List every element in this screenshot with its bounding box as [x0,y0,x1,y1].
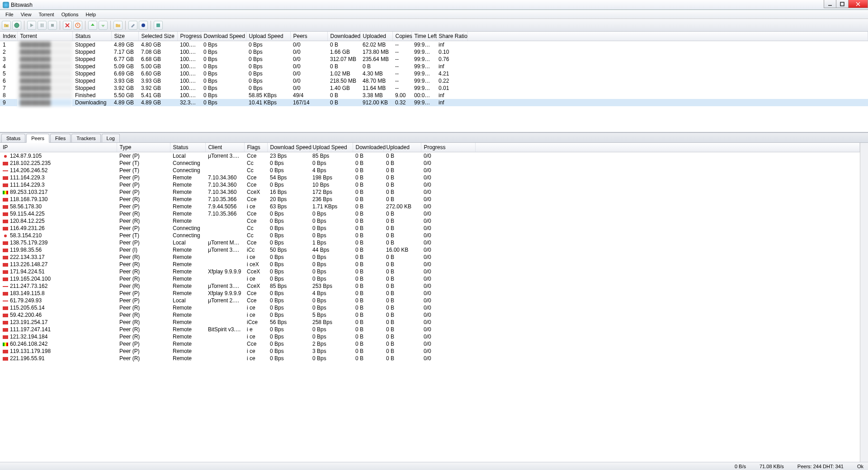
peer-row[interactable]: 59.42.200.46Peer (R)Remotei ce0 Bps5 Bps… [0,311,860,319]
peer-row[interactable]: 59.115.44.225Peer (R)Remote7.10.35.366Cc… [0,210,860,217]
play-button[interactable] [27,21,36,30]
torrent-col-header[interactable]: Status [72,32,111,41]
remove-data-button[interactable] [73,21,82,30]
peer-row[interactable]: 113.226.148.27Peer (R)Remotei ceX0 Bps0 … [0,261,860,268]
torrent-row[interactable]: 9████████Downloading4.89 GB4.89 GB32.36%… [0,99,868,106]
scrollbar-vertical[interactable] [860,143,868,462]
torrent-col-header[interactable]: Upload Speed [246,32,290,41]
torrent-col-header[interactable]: Size [111,32,138,41]
tab-log[interactable]: Log [102,134,120,142]
torrent-col-header[interactable]: Progress [177,32,201,41]
peer-row[interactable]: 89.253.103.217Peer (P)Remote7.10.34.360C… [0,188,860,196]
flag-icon [3,270,8,274]
peer-row[interactable]: 118.168.79.130Peer (R)Remote7.10.35.366C… [0,196,860,203]
tab-files[interactable]: Files [50,134,71,142]
peer-row[interactable]: 120.84.12.225Peer (R)RemoteCce0 Bps0 Bps… [0,217,860,225]
theme-button[interactable] [139,21,148,30]
settings-button[interactable] [128,21,137,30]
open-folder-button[interactable] [113,21,123,30]
peer-row[interactable]: 111.197.247.141Peer (R)RemoteBitSpirit v… [0,326,860,333]
svg-rect-13 [156,24,160,27]
menu-file[interactable]: File [2,11,17,18]
torrent-col-header[interactable]: Peers [290,32,327,41]
peer-col-header[interactable]: Download Speed [267,143,310,152]
close-button[interactable] [848,0,868,8]
peer-row[interactable]: 116.49.231.26Peer (P)ConnectingCc0 Bps0 … [0,225,860,232]
flag-icon [3,350,8,353]
move-down-button[interactable] [99,21,108,30]
flag-icon [3,155,8,158]
torrent-col-header[interactable]: Time Left [411,32,436,41]
torrent-row[interactable]: 7████████Stopped3.92 GB3.92 GB100.00%0 B… [0,85,868,92]
peer-col-header[interactable]: Downloaded [353,143,383,152]
stop-button[interactable] [48,21,57,30]
peer-row[interactable]: 171.94.224.51Peer (R)RemoteXfplay 9.9.9.… [0,268,860,275]
peer-row[interactable]: 58.3.154.210Peer (T)ConnectingCc0 Bps0 B… [0,232,860,239]
status-upload: 71.08 KB/s [760,464,784,469]
flag-icon [3,314,8,317]
menu-torrent[interactable]: Torrent [35,11,57,18]
peer-col-header[interactable]: Flags [244,143,267,152]
peer-col-header[interactable]: Status [170,143,205,152]
torrent-row[interactable]: 4████████Stopped5.09 GB5.00 GB100.00%0 B… [0,63,868,70]
torrent-col-header[interactable]: Uploaded [360,32,392,41]
torrent-col-header[interactable]: Download Speed [201,32,246,41]
peer-row[interactable]: 114.206.246.52Peer (T)ConnectingCc0 Bps4… [0,167,860,174]
torrent-row[interactable]: 3████████Stopped6.77 GB6.68 GB100.00%0 B… [0,56,868,63]
torrent-row[interactable]: 2████████Stopped7.17 GB7.08 GB100.00%0 B… [0,48,868,56]
peer-row[interactable]: 124.87.9.105Peer (P)LocalμTorrent 3.5.1C… [0,152,860,160]
peer-col-header[interactable]: Client [205,143,244,152]
tab-peers[interactable]: Peers [26,134,49,143]
toolbar-separator [85,21,85,30]
menu-help[interactable]: Help [82,11,100,18]
svg-rect-7 [51,24,54,27]
peer-row[interactable]: 221.196.55.91Peer (R)Remotei ce0 Bps0 Bp… [0,355,860,362]
torrent-col-header[interactable]: Share Ratio [436,32,467,41]
peer-row[interactable]: 218.102.225.235Peer (T)ConnectingCc0 Bps… [0,160,860,167]
peer-row[interactable]: 222.134.33.17Peer (R)Remotei ce0 Bps0 Bp… [0,254,860,261]
peer-row[interactable]: 119.98.35.56Peer (I)RemoteμTorrent 3.0.0… [0,246,860,254]
peer-col-header[interactable]: Uploaded [383,143,421,152]
peer-col-header[interactable]: Progress [421,143,475,152]
torrent-col-header[interactable]: Torrent [17,32,72,41]
torrent-row[interactable]: 1████████Stopped4.89 GB4.80 GB100.00%0 B… [0,41,868,49]
maximize-button[interactable] [836,0,849,8]
peer-col-header[interactable]: IP [0,143,117,152]
minimize-button[interactable] [824,0,836,8]
flag-icon [3,357,8,361]
svg-rect-5 [41,24,42,27]
peer-col-header[interactable]: Type [117,143,170,152]
refresh-button[interactable] [154,21,163,30]
open-torrent-button[interactable] [2,21,11,30]
peer-row[interactable]: 60.246.108.242Peer (P)RemoteCce0 Bps2 Bp… [0,340,860,348]
peer-row[interactable]: 121.32.194.184Peer (R)Remotei ce0 Bps0 B… [0,333,860,340]
torrent-col-header[interactable]: Copies [392,32,411,41]
peer-row[interactable]: 138.75.179.239Peer (P)LocalμTorrent Mac.… [0,239,860,246]
torrent-col-header[interactable]: Selected Size [138,32,177,41]
peer-row[interactable]: 183.149.115.8Peer (P)RemoteXfplay 9.9.9.… [0,290,860,297]
title-bar[interactable]: Bitswash [0,0,868,10]
menu-options[interactable]: Options [58,11,82,18]
torrent-col-header[interactable]: Index [0,32,17,41]
peer-row[interactable]: 58.56.178.30Peer (P)Remote7.9.44.5056i c… [0,203,860,210]
torrent-col-header[interactable]: Downloaded [327,32,360,41]
peer-row[interactable]: 211.247.73.162Peer (R)RemoteμTorrent 3.5… [0,282,860,290]
menu-view[interactable]: View [17,11,35,18]
torrent-row[interactable]: 8████████Finished5.50 GB5.41 GB100.00%0 … [0,92,868,99]
peer-row[interactable]: 123.191.254.17Peer (R)RemoteiCce56 Bps25… [0,319,860,326]
pause-button[interactable] [38,21,47,30]
peer-col-header[interactable]: Upload Speed [310,143,353,152]
torrent-row[interactable]: 5████████Stopped6.69 GB6.60 GB100.00%0 B… [0,70,868,77]
tab-status[interactable]: Status [1,134,25,142]
peer-row[interactable]: 61.79.249.93Peer (P)LocalμTorrent 2.2.1C… [0,297,860,304]
peer-row[interactable]: 115.205.65.14Peer (R)Remotei ce0 Bps0 Bp… [0,304,860,311]
peer-row[interactable]: 119.131.179.198Peer (P)Remotei ce0 Bps3 … [0,348,860,355]
peer-row[interactable]: 111.164.229.3Peer (P)Remote7.10.34.360Cc… [0,174,860,181]
open-url-button[interactable] [12,21,21,30]
remove-button[interactable] [63,21,72,30]
torrent-row[interactable]: 6████████Stopped3.93 GB3.93 GB100.00%0 B… [0,77,868,85]
move-up-button[interactable] [88,21,97,30]
peer-row[interactable]: 111.164.229.3Peer (P)Remote7.10.34.360Cc… [0,181,860,188]
peer-row[interactable]: 119.165.204.100Peer (R)Remotei ce0 Bps0 … [0,275,860,282]
tab-trackers[interactable]: Trackers [71,134,100,142]
